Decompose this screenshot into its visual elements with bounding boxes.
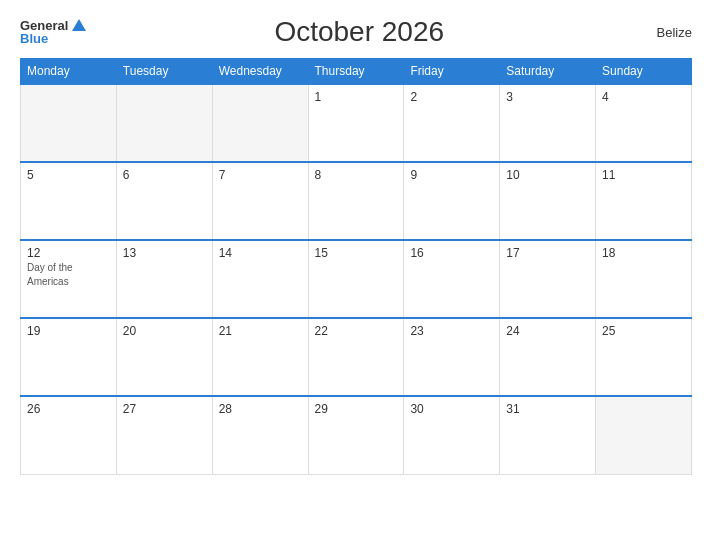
day-number: 18 [602,246,685,260]
day-number: 21 [219,324,302,338]
day-number: 3 [506,90,589,104]
col-friday: Friday [404,59,500,85]
calendar-event: Day of the Americas [27,262,73,287]
day-number: 11 [602,168,685,182]
table-row: 16 [404,240,500,318]
table-row: 8 [308,162,404,240]
table-row [116,84,212,162]
calendar-week-row: 262728293031 [21,396,692,474]
day-number: 20 [123,324,206,338]
day-number: 19 [27,324,110,338]
logo-triangle-icon [72,19,86,31]
day-number: 29 [315,402,398,416]
day-number: 10 [506,168,589,182]
day-number: 22 [315,324,398,338]
weekday-header-row: Monday Tuesday Wednesday Thursday Friday… [21,59,692,85]
table-row: 15 [308,240,404,318]
day-number: 31 [506,402,589,416]
table-row: 3 [500,84,596,162]
table-row: 22 [308,318,404,396]
calendar-week-row: 19202122232425 [21,318,692,396]
day-number: 14 [219,246,302,260]
calendar-title: October 2026 [86,16,632,48]
calendar-week-row: 567891011 [21,162,692,240]
logo-blue-text: Blue [20,32,86,45]
country-label: Belize [632,25,692,40]
day-number: 9 [410,168,493,182]
day-number: 5 [27,168,110,182]
header: General Blue October 2026 Belize [20,16,692,48]
day-number: 23 [410,324,493,338]
day-number: 30 [410,402,493,416]
table-row: 17 [500,240,596,318]
day-number: 13 [123,246,206,260]
table-row: 24 [500,318,596,396]
day-number: 12 [27,246,110,260]
day-number: 2 [410,90,493,104]
day-number: 1 [315,90,398,104]
day-number: 27 [123,402,206,416]
table-row: 25 [596,318,692,396]
table-row: 18 [596,240,692,318]
col-wednesday: Wednesday [212,59,308,85]
day-number: 8 [315,168,398,182]
table-row [21,84,117,162]
calendar-week-row: 12Day of the Americas131415161718 [21,240,692,318]
table-row: 13 [116,240,212,318]
table-row: 26 [21,396,117,474]
table-row: 19 [21,318,117,396]
day-number: 25 [602,324,685,338]
calendar-table: Monday Tuesday Wednesday Thursday Friday… [20,58,692,475]
table-row [212,84,308,162]
table-row: 6 [116,162,212,240]
day-number: 26 [27,402,110,416]
logo: General Blue [20,19,86,45]
table-row: 12Day of the Americas [21,240,117,318]
calendar-page: General Blue October 2026 Belize Monday … [0,0,712,550]
col-sunday: Sunday [596,59,692,85]
day-number: 15 [315,246,398,260]
day-number: 6 [123,168,206,182]
calendar-week-row: 1234 [21,84,692,162]
table-row: 21 [212,318,308,396]
table-row: 30 [404,396,500,474]
table-row: 31 [500,396,596,474]
table-row: 14 [212,240,308,318]
day-number: 17 [506,246,589,260]
table-row: 10 [500,162,596,240]
day-number: 7 [219,168,302,182]
day-number: 4 [602,90,685,104]
day-number: 24 [506,324,589,338]
table-row [596,396,692,474]
table-row: 5 [21,162,117,240]
table-row: 28 [212,396,308,474]
table-row: 7 [212,162,308,240]
table-row: 1 [308,84,404,162]
table-row: 11 [596,162,692,240]
day-number: 28 [219,402,302,416]
day-number: 16 [410,246,493,260]
col-thursday: Thursday [308,59,404,85]
table-row: 20 [116,318,212,396]
table-row: 9 [404,162,500,240]
col-tuesday: Tuesday [116,59,212,85]
col-monday: Monday [21,59,117,85]
table-row: 27 [116,396,212,474]
table-row: 23 [404,318,500,396]
table-row: 4 [596,84,692,162]
table-row: 29 [308,396,404,474]
col-saturday: Saturday [500,59,596,85]
table-row: 2 [404,84,500,162]
